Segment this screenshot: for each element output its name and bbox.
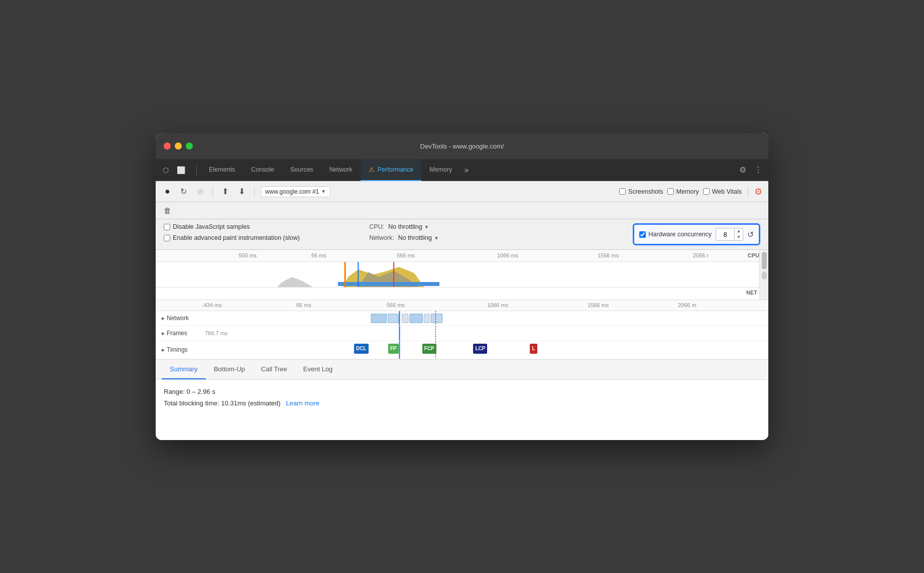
frame-time: 766.7 ms	[205, 330, 227, 336]
enable-paint-label[interactable]: Enable advanced paint instrumentation (s…	[164, 234, 359, 241]
record-button[interactable]: ●	[162, 184, 173, 199]
hw-reset-button[interactable]: ↺	[747, 230, 754, 239]
cpu-network-settings: CPU: No throttling ▼ Network: No throttl…	[369, 223, 439, 241]
toolbar-row1: ● ↻ ⊘ ⬆ ⬇ www.google.com #1 ▼ Screenshot…	[156, 181, 768, 202]
frames-row: ▶ Frames 766.7 ms	[156, 326, 768, 341]
timeline-scrollbar[interactable]	[759, 250, 768, 300]
url-selector[interactable]: www.google.com #1 ▼	[261, 186, 330, 197]
hw-increment-button[interactable]: ▲	[735, 228, 743, 234]
ruler-1066ms: 1066 ms	[487, 302, 508, 308]
more-tabs-button[interactable]: »	[460, 166, 473, 175]
tab-call-tree[interactable]: Call Tree	[253, 359, 295, 379]
ruler-label-566ms-top: 566 ms	[397, 252, 415, 258]
url-chevron-icon: ▼	[321, 189, 326, 194]
memory-checkbox-label[interactable]: Memory	[667, 188, 699, 195]
web-vitals-checkbox[interactable]	[703, 188, 710, 195]
tab-event-log[interactable]: Event Log	[295, 359, 341, 379]
ruler-label-1066ms-top: 1066 ms	[497, 252, 518, 258]
network-throttle-select[interactable]: No throttling ▼	[398, 234, 439, 241]
web-vitals-checkbox-label[interactable]: Web Vitals	[703, 188, 742, 195]
more-options-icon-button[interactable]: ⋮	[752, 163, 764, 177]
ruler-1566ms: 1566 ms	[588, 302, 609, 308]
refresh-button[interactable]: ↻	[177, 185, 190, 198]
tabbar-right-icons: ⚙ ⋮	[737, 163, 764, 177]
scrollbar-thumb2[interactable]	[762, 271, 767, 279]
screenshots-checkbox[interactable]	[619, 188, 626, 195]
settings-left: Disable JavaScript samples Enable advanc…	[164, 223, 359, 241]
hw-concurrency-input[interactable]	[716, 229, 734, 240]
net-block6	[431, 314, 442, 322]
hw-spinners: ▲ ▼	[734, 228, 743, 240]
cpu-blue-bar	[338, 282, 439, 286]
net-block1	[371, 314, 387, 322]
hw-concurrency-label[interactable]: Hardware concurrency	[639, 231, 712, 238]
network-row-label[interactable]: ▶ Network	[156, 315, 201, 322]
ruler-label-500ms: 500 ms	[239, 252, 257, 258]
hardware-concurrency-box: Hardware concurrency ▲ ▼ ↺	[633, 223, 760, 245]
disable-js-label[interactable]: Disable JavaScript samples	[164, 223, 359, 230]
close-button[interactable]	[164, 142, 171, 150]
summary-range: Range: 0 – 2.96 s	[164, 388, 760, 395]
maximize-button[interactable]	[186, 142, 193, 150]
toolbar-divider2	[254, 186, 255, 197]
cpu-label: CPU	[748, 252, 759, 258]
download-button[interactable]: ⬇	[236, 185, 248, 198]
timings-svg	[201, 341, 768, 359]
timings-row-label[interactable]: ▶ Timings	[156, 346, 201, 353]
url-text: www.google.com #1	[265, 188, 319, 195]
tab-memory[interactable]: Memory	[421, 159, 460, 181]
inspect-icon-button[interactable]: ⬜	[174, 164, 188, 176]
trash-button[interactable]: 🗑	[162, 204, 173, 217]
memory-checkbox[interactable]	[667, 188, 674, 195]
cpu-chevron-icon: ▼	[424, 224, 429, 230]
upload-button[interactable]: ⬆	[219, 185, 232, 198]
cpu-chart	[201, 262, 759, 287]
hw-value-input: ▲ ▼	[716, 228, 743, 240]
ruler-label-66ms-top: 66 ms	[311, 252, 326, 258]
tab-elements[interactable]: Elements	[201, 159, 243, 181]
hw-concurrency-checkbox[interactable]	[639, 231, 646, 238]
tab-console[interactable]: Console	[243, 159, 282, 181]
net-block4	[410, 314, 423, 322]
scrollbar-thumb[interactable]	[762, 252, 767, 269]
cpu-graph-bg1	[277, 277, 313, 287]
tab-summary[interactable]: Summary	[162, 359, 206, 379]
settings-gear-button[interactable]: ⚙	[754, 186, 762, 197]
minimize-button[interactable]	[175, 142, 182, 150]
disable-js-checkbox[interactable]	[164, 224, 170, 230]
ruler-2066m: 2066 m	[678, 302, 697, 308]
cpu-throttle-select[interactable]: No throttling ▼	[388, 223, 429, 230]
hw-decrement-button[interactable]: ▼	[735, 234, 743, 240]
traffic-lights	[164, 142, 193, 150]
network-row-content	[201, 311, 768, 326]
cpu-setting-line: CPU: No throttling ▼	[369, 223, 439, 230]
frames-row-label[interactable]: ▶ Frames	[156, 330, 201, 337]
tab-bottom-up[interactable]: Bottom-Up	[206, 359, 253, 379]
settings-row: Disable JavaScript samples Enable advanc…	[156, 219, 768, 249]
net-row: NET	[156, 287, 759, 298]
screenshots-checkbox-label[interactable]: Screenshots	[619, 188, 663, 195]
tab-network[interactable]: Network	[321, 159, 361, 181]
settings-icon-button[interactable]: ⚙	[737, 163, 748, 177]
tab-sources[interactable]: Sources	[282, 159, 321, 181]
enable-paint-checkbox[interactable]	[164, 235, 170, 241]
learn-more-link[interactable]: Learn more	[286, 399, 319, 407]
cpu-chart-svg	[201, 262, 759, 287]
frames-expand-icon: ▶	[162, 331, 165, 336]
timings-label-text: Timings	[167, 346, 188, 353]
network-setting-line: Network: No throttling ▼	[369, 234, 439, 241]
network-expand-icon: ▶	[162, 316, 165, 321]
net-block5	[424, 314, 429, 322]
clear-button[interactable]: ⊘	[194, 185, 206, 198]
network-row: ▶ Network	[156, 311, 768, 326]
timeline-ruler: -434 ms 66 ms 566 ms 1066 ms 1566 ms 206…	[156, 300, 768, 311]
ruler-66ms: 66 ms	[296, 302, 311, 308]
cursor-icon-button[interactable]: ⬡	[160, 164, 172, 176]
tab-performance[interactable]: ⚠ Performance	[361, 159, 422, 181]
toolbar-row2: 🗑	[156, 202, 768, 219]
tabbar-icons: ⬡ ⬜	[160, 164, 188, 176]
ruler-label-2066r-top: 2066 r	[693, 252, 709, 258]
network-chevron-icon: ▼	[434, 235, 439, 241]
timings-row: ▶ Timings DCL FP FCP LCP L	[156, 341, 768, 359]
timings-row-content: DCL FP FCP LCP L	[201, 341, 768, 359]
